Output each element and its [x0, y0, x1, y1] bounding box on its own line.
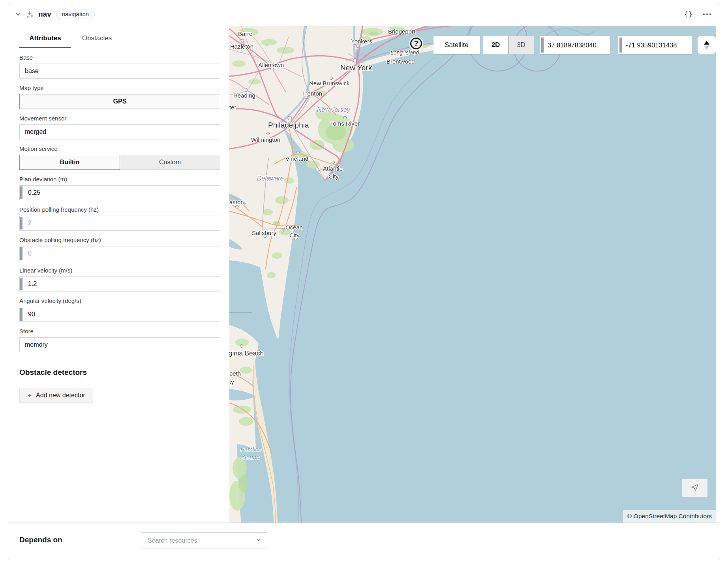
motion-service-segmented-control: Builtin Custom	[19, 155, 220, 170]
motion-service-builtin-option[interactable]: Builtin	[19, 155, 120, 170]
svg-text:Brentwood: Brentwood	[387, 58, 415, 65]
longitude-input[interactable]	[618, 36, 692, 54]
position-polling-label: Position polling frequency (hz)	[19, 206, 220, 213]
svg-text:New York: New York	[340, 64, 372, 72]
code-json-icon[interactable]: {}	[684, 10, 693, 18]
base-input[interactable]	[19, 64, 220, 79]
step-down-icon[interactable]	[704, 46, 709, 50]
obstacle-polling-input[interactable]	[19, 246, 220, 261]
svg-text:Allentown: Allentown	[258, 62, 284, 68]
depends-on-bar: Depends on Search resources	[8, 523, 720, 560]
attributes-panel: Attributes Obstacles Base Map type GPS M…	[8, 24, 229, 523]
longitude-field	[618, 36, 692, 54]
svg-text:Pamlico: Pamlico	[240, 446, 261, 453]
depends-on-select[interactable]: Search resources	[142, 532, 267, 549]
svg-text:aston: aston	[229, 199, 244, 205]
motion-service-custom-option[interactable]: Custom	[120, 155, 220, 170]
store-label: Store	[19, 328, 220, 335]
view-3d-button[interactable]: 3D	[508, 36, 534, 54]
plus-icon: +	[27, 392, 32, 399]
motion-service-label: Motion service	[19, 145, 220, 152]
svg-text:Vineland: Vineland	[285, 155, 308, 162]
linear-velocity-input[interactable]	[19, 276, 220, 291]
collapse-chevron-icon[interactable]	[15, 11, 22, 18]
map-type-label: Map type	[19, 85, 220, 91]
tab-attributes[interactable]: Attributes	[19, 34, 71, 48]
movement-sensor-label: Movement sensor	[19, 115, 220, 122]
svg-text:Barre: Barre	[238, 30, 253, 37]
card-header: nav navigation {}	[8, 4, 720, 24]
store-input[interactable]	[19, 337, 220, 352]
svg-text:beth: beth	[229, 370, 241, 377]
linear-velocity-label: Linear velocity (m/s)	[19, 267, 220, 274]
add-detector-button[interactable]: + Add new detector	[19, 388, 93, 403]
obstacle-detectors-heading: Obstacle detectors	[19, 368, 220, 377]
svg-text:Sound: Sound	[242, 454, 260, 461]
svg-text:City: City	[328, 173, 339, 180]
depends-on-label: Depends on	[19, 536, 62, 544]
movement-sensor-input[interactable]	[19, 124, 220, 139]
svg-text:Philadelphia: Philadelphia	[268, 121, 309, 129]
add-detector-label: Add new detector	[36, 392, 85, 399]
svg-text:Bridgeport: Bridgeport	[388, 28, 416, 35]
base-label: Base	[19, 54, 220, 61]
svg-text:Reading: Reading	[233, 92, 255, 99]
map-canvas[interactable]: BarreHazletonYonkersBridgeportLong Islan…	[229, 26, 716, 523]
svg-text:Yonkers: Yonkers	[351, 38, 372, 45]
svg-text:ty: ty	[229, 378, 234, 385]
latitude-input[interactable]	[540, 36, 610, 54]
map-base-layer: BarreHazletonYonkersBridgeportLong Islan…	[229, 26, 716, 523]
tab-bar: Attributes Obstacles	[19, 34, 123, 48]
svg-text:Ocean: Ocean	[285, 224, 303, 231]
latitude-field	[540, 36, 610, 54]
svg-text:City: City	[289, 232, 300, 239]
svg-text:New Jersey: New Jersey	[317, 106, 351, 113]
config-card: nav navigation {} Attributes Obstacles B…	[8, 4, 720, 560]
svg-text:Atlantic: Atlantic	[323, 165, 343, 172]
svg-text:Long Island: Long Island	[390, 49, 420, 56]
svg-text:ter: ter	[229, 104, 236, 111]
position-polling-input[interactable]	[19, 216, 220, 231]
resource-type-badge: navigation	[56, 9, 95, 19]
step-up-icon[interactable]	[704, 41, 709, 45]
navigation-service-icon	[26, 10, 34, 19]
svg-text:Trenton: Trenton	[302, 90, 322, 97]
navigation-arrow-icon	[690, 483, 700, 493]
chevron-down-icon	[256, 537, 261, 544]
content-row: Attributes Obstacles Base Map type GPS M…	[8, 24, 720, 523]
svg-text:Salisbury: Salisbury	[252, 229, 276, 236]
overflow-menu-icon[interactable]	[703, 13, 711, 15]
satellite-toggle-button[interactable]: Satellite	[433, 36, 480, 54]
map-attribution[interactable]: © OpenStreetMap Contributors	[623, 510, 716, 523]
tab-obstacles[interactable]: Obstacles	[71, 34, 123, 48]
svg-text:New Brunswick: New Brunswick	[309, 80, 350, 86]
depends-on-placeholder: Search resources	[148, 537, 197, 544]
plan-deviation-label: Plan deviation (m)	[19, 176, 220, 182]
map-type-gps-button[interactable]: GPS	[19, 94, 220, 109]
map-help-icon[interactable]: ?	[410, 38, 422, 49]
coordinate-stepper[interactable]	[697, 36, 716, 54]
locate-button[interactable]	[682, 479, 707, 497]
svg-text:Wilmington: Wilmington	[251, 136, 280, 143]
svg-text:Delaware: Delaware	[257, 175, 284, 182]
svg-text:Hazleton: Hazleton	[230, 43, 253, 50]
resource-title: nav	[38, 10, 51, 19]
angular-velocity-input[interactable]	[19, 307, 220, 322]
view-2d-button[interactable]: 2D	[483, 36, 508, 54]
plan-deviation-input[interactable]	[19, 185, 220, 200]
angular-velocity-label: Angular velocity (deg/s)	[19, 297, 220, 304]
svg-text:Toms River: Toms River	[330, 120, 360, 127]
obstacle-polling-label: Obstacle polling frequency (hz)	[19, 237, 220, 243]
svg-text:ginia Beach: ginia Beach	[229, 350, 264, 357]
